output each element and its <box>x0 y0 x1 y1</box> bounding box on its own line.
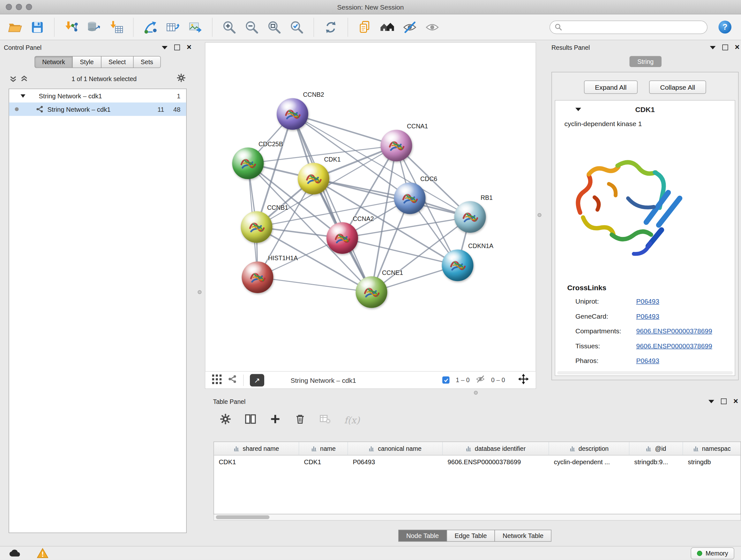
zoom-selected-button[interactable] <box>288 17 306 37</box>
export-image-button[interactable] <box>186 17 205 37</box>
section-collapse-icon[interactable] <box>576 108 581 111</box>
import-network-file-button[interactable] <box>62 17 80 37</box>
column-header-description[interactable]: description <box>549 442 630 455</box>
cell-database-identifier[interactable]: 9606.ENSP00000378699 <box>443 455 549 469</box>
network-node-hist1h1a[interactable] <box>242 261 273 293</box>
network-node-ccnb2[interactable] <box>277 98 308 130</box>
table-horizontal-scrollbar[interactable] <box>213 514 741 521</box>
expand-all-button[interactable]: Expand All <box>584 80 637 94</box>
cell-id[interactable]: stringdb:9... <box>630 455 683 469</box>
panel-float-button[interactable] <box>174 45 180 51</box>
table-options-button[interactable] <box>220 414 231 427</box>
crosslink-value-link[interactable]: 9606.ENSP00000378699 <box>636 327 712 334</box>
column-header-id[interactable]: @id <box>630 442 683 455</box>
zoom-in-button[interactable] <box>220 17 239 37</box>
tab-node-table[interactable]: Node Table <box>398 530 447 542</box>
tab-string[interactable]: String <box>629 56 662 67</box>
show-columns-button[interactable] <box>245 414 256 427</box>
new-table-button[interactable] <box>164 17 182 37</box>
cell-name[interactable]: CDK1 <box>299 455 348 469</box>
network-node-cdc25b[interactable] <box>232 147 264 179</box>
cell-namespace[interactable]: stringdb <box>683 455 716 469</box>
memory-button[interactable]: Memory <box>691 547 734 559</box>
zoom-window-button[interactable] <box>26 4 32 10</box>
crosslink-value-link[interactable]: 9606.ENSP00000378699 <box>636 341 712 349</box>
close-window-button[interactable] <box>6 4 12 10</box>
import-network-database-button[interactable] <box>85 17 103 37</box>
network-edge[interactable] <box>258 277 372 293</box>
network-collection-row[interactable]: String Network – cdk1 1 <box>9 89 186 103</box>
column-header-database-identifier[interactable]: database identifier <box>443 442 549 455</box>
table-row[interactable]: CDK1 CDK1 P06493 9606.ENSP00000378699 cy… <box>214 455 741 469</box>
crosslink-value-link[interactable]: P06493 <box>636 312 659 320</box>
cloud-services-button[interactable] <box>7 548 23 559</box>
panel-menu-button[interactable] <box>162 46 167 49</box>
search-box[interactable] <box>549 20 708 34</box>
column-header-canonical-name[interactable]: canonical name <box>348 442 443 455</box>
minimize-window-button[interactable] <box>16 4 22 10</box>
cell-canonical-name[interactable]: P06493 <box>348 455 443 469</box>
home-button[interactable] <box>378 17 396 37</box>
tab-edge-table[interactable]: Edge Table <box>447 530 495 542</box>
panel-close-button[interactable]: × <box>187 45 192 51</box>
refresh-button[interactable] <box>322 17 340 37</box>
network-node-ccne1[interactable] <box>356 276 387 308</box>
network-options-button[interactable] <box>177 73 186 84</box>
panel-close-button[interactable]: × <box>735 45 740 51</box>
cell-description[interactable]: cyclin-dependent ... <box>549 455 630 469</box>
splitter-handle[interactable] <box>474 391 478 395</box>
open-in-new-button[interactable]: ↗ <box>250 374 264 386</box>
help-button[interactable]: ? <box>719 21 732 34</box>
collapse-all-button[interactable]: Collapse All <box>649 80 706 94</box>
splitter-handle[interactable] <box>538 213 542 217</box>
tab-sets[interactable]: Sets <box>133 56 161 68</box>
warnings-button[interactable] <box>35 548 51 559</box>
selected-checkbox[interactable] <box>442 376 450 384</box>
crosslink-value-link[interactable]: P06493 <box>636 297 659 305</box>
network-edge[interactable] <box>293 114 372 292</box>
birds-eye-view-button[interactable] <box>212 374 222 386</box>
network-node-ccna2[interactable] <box>327 222 358 254</box>
cell-shared-name[interactable]: CDK1 <box>214 455 299 469</box>
network-type-button[interactable] <box>228 374 237 386</box>
network-row-selected[interactable]: String Network – cdk1 11 48 <box>9 103 186 116</box>
network-node-rb1[interactable] <box>455 201 486 233</box>
delete-column-button[interactable] <box>294 414 306 427</box>
tab-style[interactable]: Style <box>72 56 101 68</box>
network-edge[interactable] <box>314 179 470 217</box>
crosslink-value-link[interactable]: P06493 <box>636 357 659 364</box>
network-node-cdkn1a[interactable] <box>442 250 474 281</box>
tab-network-table[interactable]: Network Table <box>495 530 552 542</box>
panel-menu-button[interactable] <box>709 400 714 403</box>
copy-document-button[interactable] <box>356 17 374 37</box>
scrollbar-thumb[interactable] <box>216 515 270 519</box>
zoom-out-button[interactable] <box>243 17 261 37</box>
network-node-ccna1[interactable] <box>381 130 412 162</box>
save-session-button[interactable] <box>28 17 47 37</box>
column-header-namespace[interactable]: namespac <box>683 442 741 455</box>
open-session-button[interactable] <box>6 17 24 37</box>
expand-triangle-icon[interactable] <box>21 94 25 98</box>
zoom-fit-button[interactable] <box>265 17 283 37</box>
expand-all-button[interactable] <box>21 75 28 82</box>
panel-float-button[interactable] <box>723 45 728 51</box>
network-node-cdk1[interactable] <box>298 163 329 194</box>
network-node-ccnb1[interactable] <box>241 211 273 243</box>
panel-close-button[interactable]: × <box>733 398 738 404</box>
tab-select[interactable]: Select <box>101 56 133 68</box>
add-column-button[interactable] <box>270 414 281 427</box>
panel-float-button[interactable] <box>721 398 727 404</box>
tab-network[interactable]: Network <box>35 56 73 68</box>
column-header-shared-name[interactable]: shared name <box>214 442 299 455</box>
show-all-button[interactable] <box>423 17 441 37</box>
hide-selected-button[interactable] <box>401 17 419 37</box>
new-network-from-selection-button[interactable] <box>141 17 159 37</box>
panel-menu-button[interactable] <box>710 46 716 49</box>
collapse-all-button[interactable] <box>10 75 17 82</box>
import-table-file-button[interactable] <box>107 17 125 37</box>
splitter-handle[interactable] <box>198 290 202 294</box>
column-header-name[interactable]: name <box>299 442 348 455</box>
pan-mode-button[interactable] <box>518 374 529 387</box>
horizontal-scrollbar[interactable] <box>557 371 733 375</box>
network-edge[interactable] <box>342 238 458 266</box>
